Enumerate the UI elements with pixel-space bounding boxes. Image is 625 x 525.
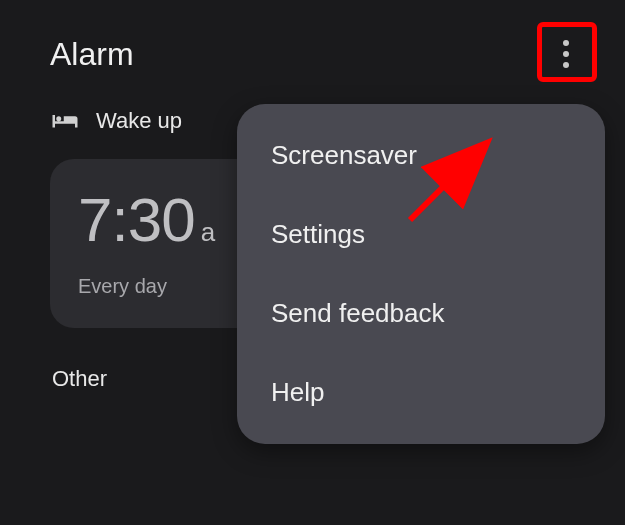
alarm-time: 7:30 xyxy=(78,185,195,254)
bed-icon xyxy=(50,110,80,132)
menu-item-screensaver[interactable]: Screensaver xyxy=(237,116,605,195)
page-title: Alarm xyxy=(50,36,134,73)
alarm-ampm: a xyxy=(201,217,215,247)
overflow-menu: Screensaver Settings Send feedback Help xyxy=(237,104,605,444)
menu-item-settings[interactable]: Settings xyxy=(237,195,605,274)
menu-item-help[interactable]: Help xyxy=(237,353,605,432)
menu-item-send-feedback[interactable]: Send feedback xyxy=(237,274,605,353)
app-header: Alarm xyxy=(0,0,625,98)
more-options-button[interactable] xyxy=(542,30,590,78)
more-vertical-icon xyxy=(563,40,569,68)
wakeup-label: Wake up xyxy=(96,108,182,134)
